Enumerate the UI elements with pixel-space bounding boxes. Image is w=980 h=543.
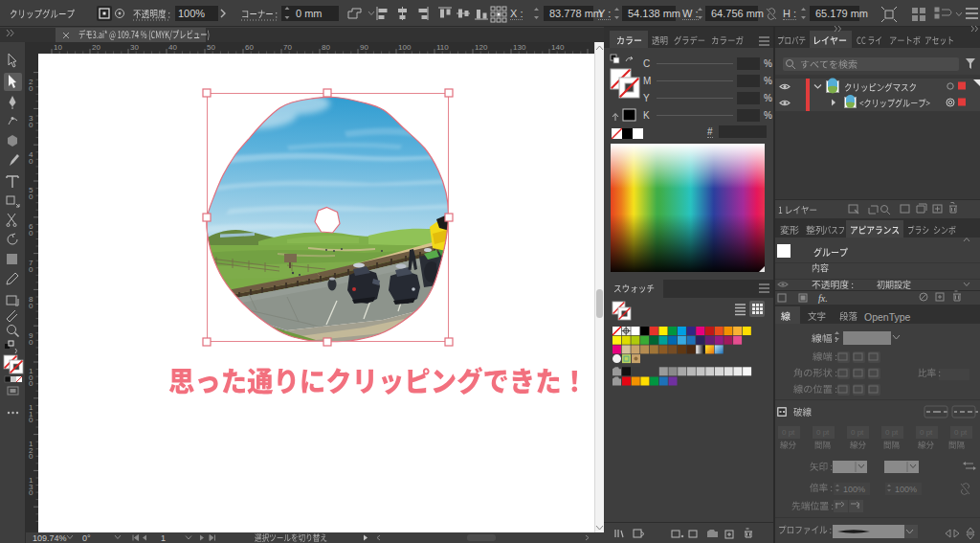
svg-text:100%: 100%	[843, 485, 865, 494]
svg-text:100%: 100%	[895, 485, 917, 494]
svg-text:fx.: fx.	[818, 293, 828, 304]
